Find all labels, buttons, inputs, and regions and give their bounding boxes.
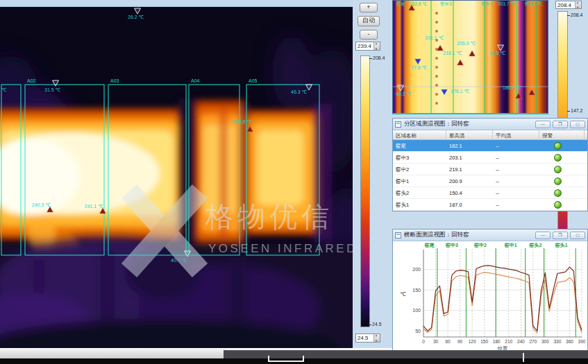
x-tick-label: 180 xyxy=(493,339,501,344)
cross-section-thermal-view[interactable]: 窑尾162.8 ℃窑中3窑中1203.7 ℃窑头1 ℃201.1 ℃205.9 … xyxy=(392,0,548,114)
hot-spot-marker-icon[interactable] xyxy=(469,51,476,56)
region-box-label: A03 xyxy=(110,78,119,83)
y-tick-label: 200 xyxy=(412,267,421,272)
region-box-label: A02 xyxy=(27,78,36,83)
chart-section-label: 窑中2 xyxy=(473,242,487,248)
table-row[interactable]: 窑中2219.1-- xyxy=(393,164,587,175)
window-buttons: —❐▢ xyxy=(535,121,585,128)
region-name-cell: 窑尾 xyxy=(396,143,406,150)
zoom-out-button[interactable]: - xyxy=(360,30,378,40)
panel-window-button[interactable]: ❐ xyxy=(553,232,568,239)
main-thermal-view[interactable]: 格物优信 YOSEEN INFRARED A02A03A04A0526.2 ℃3… xyxy=(0,7,354,348)
cold-spot-marker-icon[interactable] xyxy=(415,59,421,64)
spot-marker-outline-icon[interactable] xyxy=(498,45,504,51)
auto-scale-button[interactable]: 自动 xyxy=(358,16,380,26)
chart-titlebar[interactable]: 横断面测温视图：回转窑 —❐▢ xyxy=(393,229,587,241)
section-label: 窑头1 ℃ xyxy=(525,1,543,7)
chart-section-label: 窑头1 xyxy=(555,242,568,248)
kiln-bolt-dot xyxy=(435,12,438,15)
temperature-label: 180.7 ℃ xyxy=(503,85,521,90)
region-name-cell: 窑头2 xyxy=(396,190,409,197)
temperature-label: 77.6 ℃ xyxy=(411,65,428,70)
x-tick-label: 0 xyxy=(422,339,425,344)
temperature-label: 46.3 ℃ xyxy=(396,92,412,96)
scale-min-spinner[interactable]: 24.5 xyxy=(355,333,380,343)
table-row[interactable]: 窑中1200.9-- xyxy=(393,175,587,187)
panel-window-button[interactable]: ❐ xyxy=(553,121,568,128)
table-header-row: 区域名称最高温平均温报警 xyxy=(393,130,587,140)
x-tick-label: 360 xyxy=(566,339,573,344)
spinner-arrows-icon[interactable] xyxy=(373,334,380,342)
panel-window-button[interactable]: ▢ xyxy=(570,121,585,128)
x-tick-label: 30 xyxy=(433,339,439,344)
temperature-label: ℃ xyxy=(1,87,7,92)
table-row[interactable]: 窑头1187.0-- xyxy=(393,199,587,211)
panel-icon xyxy=(395,121,401,128)
spinner-arrows-icon[interactable] xyxy=(373,42,380,50)
zoom-in-button[interactable]: + xyxy=(360,3,378,12)
temperature-label: 176.1 ℃ xyxy=(451,89,469,94)
avg-temp-cell: -- xyxy=(496,202,499,208)
window-buttons: —❐▢ xyxy=(535,232,585,239)
table-row[interactable]: 窑尾162.1-- xyxy=(393,140,587,152)
temperature-label: 46.3 ℃ xyxy=(291,89,308,94)
kiln-bolt-dot xyxy=(435,21,438,24)
panel-window-button[interactable]: ▢ xyxy=(570,232,585,239)
section-label: 窑尾 xyxy=(396,1,406,6)
thermal-image-kiln-side: 格物优信 YOSEEN INFRARED A02A03A04A0526.2 ℃3… xyxy=(0,7,354,348)
kiln-bolt-dot xyxy=(435,102,438,105)
spinner-arrows-icon[interactable] xyxy=(575,1,581,8)
alarm-status-dot xyxy=(554,189,562,197)
hot-spot-marker-icon[interactable] xyxy=(529,89,535,95)
left-panel-header-strip xyxy=(0,0,355,7)
max-temp-cell: 200.9 xyxy=(449,178,462,184)
x-tick-label: 60 xyxy=(445,339,451,344)
temperature-label: 241.1 ℃ xyxy=(85,204,103,209)
column-header[interactable]: 最高温 xyxy=(446,130,493,140)
x-tick-label: 330 xyxy=(553,339,561,344)
thermal-monitoring-app: 格物优信 YOSEEN INFRARED A02A03A04A0526.2 ℃3… xyxy=(0,0,588,364)
max-temp-cell: 162.1 xyxy=(449,143,462,149)
panel-window-button[interactable]: — xyxy=(535,121,551,128)
x-tick-label: 300 xyxy=(541,339,549,344)
x-tick-label: 390 xyxy=(578,339,586,344)
table-row[interactable]: 窑中3203.1-- xyxy=(393,152,587,164)
temperature-label: 31.5 ℃ xyxy=(44,87,61,92)
kiln-bolt-dot xyxy=(435,66,438,69)
column-header[interactable]: 报警 xyxy=(539,130,585,140)
left-temperature-colorbar[interactable] xyxy=(360,55,370,327)
scale-max-spinner[interactable]: 239.4 xyxy=(355,42,380,51)
column-header[interactable]: 区域名称 xyxy=(393,130,446,140)
x-tick-label: 150 xyxy=(480,339,488,344)
taskbar-bracket-icon[interactable] xyxy=(268,356,304,362)
spot-marker-outline-icon[interactable] xyxy=(398,85,404,91)
alarm-status-dot xyxy=(554,166,562,173)
region-name-cell: 窑头1 xyxy=(396,202,409,209)
temperature-line-chart: 5010015020003060901201501802102402703003… xyxy=(393,241,587,351)
region-box-label: A04 xyxy=(191,78,200,83)
chart-section-label: 窑中1 xyxy=(504,242,517,248)
cross-section-chart-panel: 横断面测温视图：回转窑 —❐▢ 501001502000306090120150… xyxy=(392,229,588,352)
region-name-cell: 窑中1 xyxy=(396,178,409,185)
avg-temp-cell: -- xyxy=(496,190,499,196)
table-row[interactable]: 窑头2150.4-- xyxy=(393,187,587,199)
panel-window-button[interactable]: — xyxy=(535,232,551,239)
max-temp-cell: 150.4 xyxy=(449,190,462,196)
column-header[interactable]: 平均温 xyxy=(493,130,539,140)
max-temp-cell: 219.1 xyxy=(449,166,462,173)
y-tick-label: 100 xyxy=(412,308,421,313)
max-temp-cell: 187.0 xyxy=(449,202,462,208)
hot-spot-marker-icon[interactable] xyxy=(457,60,464,65)
section-label: 203.7 ℃ xyxy=(498,1,515,6)
section-label: 窑中1 xyxy=(481,1,493,6)
x-tick-label: 240 xyxy=(517,339,525,344)
avg-temp-cell: -- xyxy=(496,143,499,149)
temperature-label: 26.2 ℃ xyxy=(128,15,144,19)
cold-spot-marker-icon[interactable] xyxy=(442,89,448,95)
region-table-titlebar[interactable]: 分区域测温视图：回转窑 —❐▢ xyxy=(393,119,587,130)
y-tick-label: 50 xyxy=(415,329,421,333)
temperature-label: 205.9 ℃ xyxy=(457,41,476,46)
hot-spot-marker-icon[interactable] xyxy=(437,45,444,51)
right-scale-max-spinner[interactable]: 208.4 xyxy=(555,1,582,9)
colorbar-min-tick: 24.5 xyxy=(372,322,382,327)
